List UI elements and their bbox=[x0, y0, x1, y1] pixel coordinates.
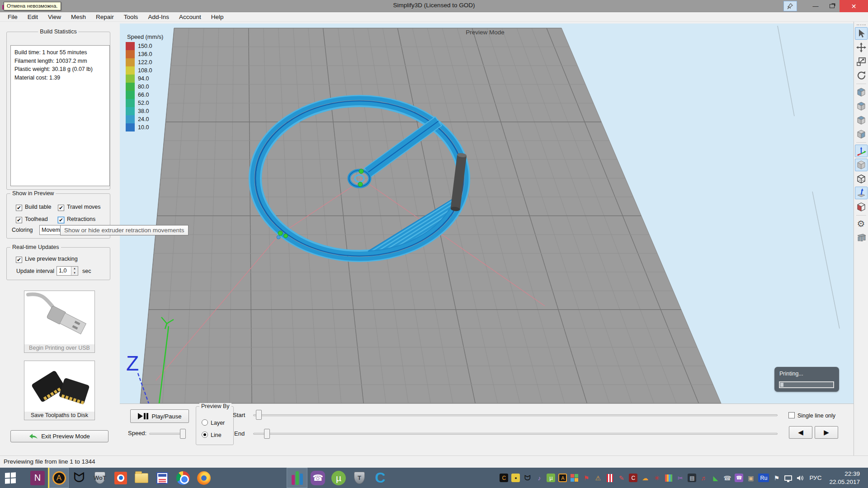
legend-row: 150.0 bbox=[126, 42, 163, 50]
taskbar-cdisplay[interactable]: C bbox=[370, 468, 391, 488]
rotate-view-tool[interactable] bbox=[855, 69, 868, 82]
taskbar-simplify3d[interactable] bbox=[287, 468, 307, 488]
begin-printing-usb-button[interactable]: Begin Printing over USB bbox=[24, 291, 95, 353]
settings-gear-tool[interactable]: ⚙ bbox=[855, 217, 868, 230]
speed-slider-thumb[interactable] bbox=[180, 429, 186, 439]
red-hand-icon[interactable]: ✳ bbox=[652, 474, 661, 482]
pin-button[interactable] bbox=[783, 1, 797, 11]
office-squares-icon[interactable] bbox=[570, 474, 579, 482]
view-cube-left-tool[interactable] bbox=[855, 114, 868, 127]
comodo-red-icon[interactable]: C bbox=[629, 474, 637, 482]
taskbar-clock[interactable]: 22:39 22.05.2017 bbox=[829, 470, 864, 486]
live-preview-checkbox[interactable]: ✔Live preview tracking bbox=[16, 254, 78, 263]
viber-tray-icon[interactable]: ☎ bbox=[735, 474, 743, 482]
start-slider-track[interactable] bbox=[253, 414, 778, 416]
flag-notification-icon[interactable]: ⚑ bbox=[772, 474, 781, 482]
taskbar-viber[interactable]: ☎ bbox=[307, 468, 328, 488]
start-button[interactable] bbox=[0, 468, 21, 488]
update-interval-spinner[interactable]: 1,0 ▲▼ bbox=[57, 266, 78, 276]
scale-icon bbox=[856, 56, 866, 66]
red-speaker-icon[interactable]: ♬ bbox=[699, 474, 708, 482]
warning-icon[interactable]: ⚠ bbox=[594, 474, 602, 482]
coordinate-axes-tool[interactable] bbox=[855, 145, 868, 157]
step-back-button[interactable]: ◀ bbox=[789, 426, 812, 439]
toolbar-grip[interactable] bbox=[857, 24, 866, 25]
monitor-network-icon[interactable] bbox=[784, 474, 793, 482]
start-slider-thumb[interactable] bbox=[256, 410, 262, 420]
play-pause-button[interactable]: Play/Pause bbox=[130, 409, 189, 423]
taskbar-text-editor[interactable] bbox=[152, 468, 173, 488]
status-bar: Previewing file from line 1 to 1344 bbox=[0, 455, 868, 468]
toolhead-checkbox[interactable]: ✔Toolhead bbox=[16, 215, 48, 223]
menu-addins[interactable]: Add-Ins bbox=[143, 13, 174, 21]
language-indicator[interactable]: РУС bbox=[809, 474, 821, 481]
view-cube-front-tool[interactable] bbox=[855, 100, 868, 113]
green-triangle-icon[interactable]: ◣ bbox=[711, 474, 720, 482]
aimp-tray-icon[interactable]: A bbox=[558, 474, 567, 482]
volume-icon[interactable] bbox=[796, 474, 804, 482]
build-table-checkbox[interactable]: ✔Build table bbox=[16, 202, 51, 211]
minimize-button[interactable]: — bbox=[807, 0, 824, 12]
maximize-button[interactable] bbox=[825, 0, 839, 12]
menu-repair[interactable]: Repair bbox=[91, 13, 119, 21]
taskbar-file-explorer[interactable] bbox=[131, 468, 152, 488]
solid-view-tool[interactable] bbox=[855, 159, 868, 171]
scissors-icon[interactable]: ✂ bbox=[676, 474, 684, 482]
scale-view-tool[interactable] bbox=[855, 55, 868, 68]
chart-bars-icon[interactable] bbox=[664, 474, 673, 482]
keyboard-icon[interactable]: ▤ bbox=[688, 474, 696, 482]
package-icon[interactable]: ▣ bbox=[746, 474, 755, 482]
save-toolpaths-button[interactable]: Save Toolpaths to Disk bbox=[24, 361, 95, 420]
menu-view[interactable]: View bbox=[43, 13, 66, 21]
surface-normals-tool[interactable] bbox=[855, 187, 868, 199]
support-structures-tool[interactable] bbox=[855, 231, 868, 244]
realtime-updates-title: Real-time Updates bbox=[10, 244, 61, 250]
travel-moves-checkbox[interactable]: ✔Travel moves bbox=[58, 202, 101, 211]
yellow-shield-icon[interactable]: ● bbox=[511, 474, 520, 482]
ru-language-badge[interactable]: Ru bbox=[758, 474, 769, 482]
line-radio[interactable]: Line bbox=[202, 431, 222, 439]
select-cursor-tool[interactable] bbox=[855, 27, 868, 40]
menu-help[interactable]: Help bbox=[206, 13, 229, 21]
taskbar-chrome[interactable] bbox=[173, 468, 193, 488]
menu-tools[interactable]: Tools bbox=[119, 13, 143, 21]
preview-viewport[interactable]: Z Preview Mode Speed (mm/s) 150.0 136.0 … bbox=[120, 23, 854, 404]
taskbar-firefox[interactable] bbox=[193, 468, 214, 488]
retractions-checkbox[interactable]: ✔Retractions bbox=[58, 215, 95, 223]
menu-mesh[interactable]: Mesh bbox=[66, 13, 91, 21]
spin-up-icon[interactable]: ▲ bbox=[71, 267, 78, 271]
cross-section-tool[interactable] bbox=[855, 201, 868, 213]
gray-phone-icon[interactable]: ☎ bbox=[723, 474, 731, 482]
window-title: Simplify3D (Licensed to GOD) bbox=[0, 2, 868, 9]
step-forward-button[interactable]: ▶ bbox=[815, 426, 838, 439]
taskbar-world-of-tanks-2[interactable]: T bbox=[349, 468, 370, 488]
pencil-icon[interactable]: ✎ bbox=[617, 474, 626, 482]
utorrent-tray-icon[interactable]: µ bbox=[547, 474, 555, 482]
cat-tray-icon[interactable]: ᗢ bbox=[523, 474, 532, 482]
end-slider-track[interactable] bbox=[253, 433, 778, 435]
menu-file[interactable]: File bbox=[3, 13, 23, 21]
pan-view-tool[interactable] bbox=[855, 41, 868, 54]
red-flag-icon[interactable]: ⚑ bbox=[582, 474, 590, 482]
view-cube-right-tool[interactable] bbox=[855, 128, 868, 141]
exit-preview-button[interactable]: Exit Preview Mode bbox=[10, 430, 108, 442]
single-line-checkbox[interactable]: Single line only bbox=[788, 411, 835, 419]
menu-account[interactable]: Account bbox=[174, 13, 206, 21]
end-slider-thumb[interactable] bbox=[264, 429, 270, 439]
taskbar-cat[interactable]: ᗢ bbox=[69, 468, 90, 488]
layer-radio[interactable]: Layer bbox=[202, 418, 225, 427]
close-button[interactable]: ✕ bbox=[840, 0, 868, 12]
taskbar-world-of-tanks[interactable]: WoT bbox=[90, 468, 110, 488]
taskbar-image-viewer[interactable] bbox=[110, 468, 131, 488]
spin-down-icon[interactable]: ▼ bbox=[71, 271, 78, 276]
view-cube-top-tool[interactable] bbox=[855, 86, 868, 99]
taskbar-utorrent[interactable]: µ bbox=[328, 468, 349, 488]
red-stripes-icon[interactable] bbox=[605, 474, 614, 482]
taskbar-aimp[interactable]: A bbox=[48, 468, 69, 488]
comodo-icon[interactable]: C bbox=[500, 474, 508, 482]
taskbar-onenote[interactable]: N bbox=[27, 468, 48, 488]
purple-speaker-icon[interactable]: ♪ bbox=[535, 474, 543, 482]
menu-edit[interactable]: Edit bbox=[23, 13, 43, 21]
wireframe-view-tool[interactable] bbox=[855, 173, 868, 185]
orange-cloud-icon[interactable]: ☁ bbox=[641, 474, 649, 482]
